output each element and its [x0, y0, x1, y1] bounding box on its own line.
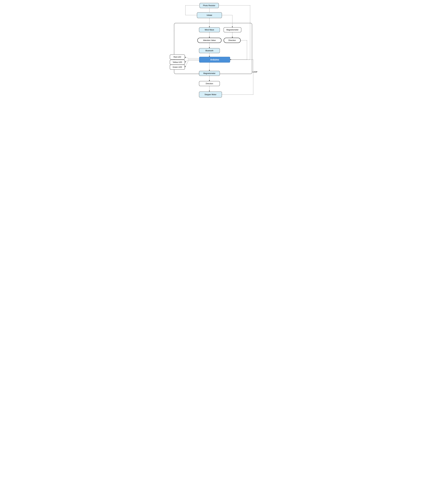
mind-wave-node: Mind Wave: [199, 27, 220, 32]
arduino-node: Arduino: [199, 57, 230, 63]
attention-value-node: Attention Value: [197, 38, 221, 43]
direction-bottom-node: Direction: [199, 81, 220, 86]
magnetometer-top-node: Magnetometer: [224, 27, 241, 32]
initiate-node: Initiate: [197, 12, 222, 18]
magnetometer-bottom-node: Magnetometer: [199, 71, 220, 76]
loop-label: LOOP: [253, 71, 257, 73]
green-led-node: Green LED: [170, 65, 185, 70]
photo-resistor-node: Photo Resistor: [200, 3, 219, 8]
bluetooth-node: Bluetooth: [199, 48, 220, 53]
direction-inner-node: Direction: [224, 38, 241, 43]
stepper-motor-node: Stepper Motor: [199, 91, 222, 97]
red-led-node: Red LED: [170, 54, 185, 60]
yellow-led-node: Yellow LED: [170, 60, 185, 65]
